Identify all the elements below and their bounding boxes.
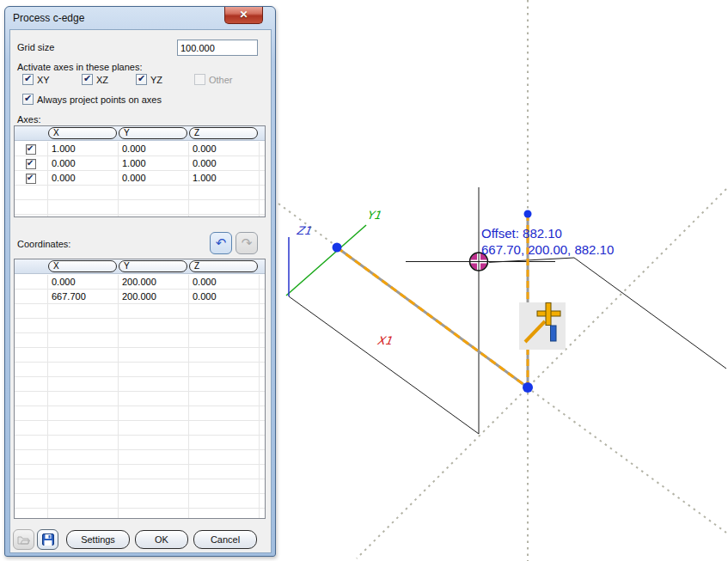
axis-x-value: 0.000 bbox=[47, 156, 118, 171]
axis-z-value: 1.000 bbox=[188, 171, 259, 186]
coordinates-label: Coordinates: bbox=[17, 239, 70, 249]
checkbox-other: Other bbox=[194, 74, 233, 85]
coordinate-z-value: 0.000 bbox=[188, 290, 259, 304]
coordinates-table-body: 0.000 200.000 0.000 667.700 200.000 0.00… bbox=[15, 275, 265, 518]
x1-axis-line bbox=[289, 296, 479, 434]
axes-table-row[interactable]: 0.000 0.000 1.000 bbox=[15, 171, 265, 186]
badge-plus-icon-v bbox=[546, 303, 551, 326]
ok-button[interactable]: OK bbox=[135, 530, 188, 549]
coordinate-z-value: 0.000 bbox=[188, 275, 259, 290]
offset-coordinates: 667.70, 200.00, 882.10 bbox=[481, 241, 614, 258]
axes-column-y[interactable]: Y bbox=[119, 127, 187, 139]
checkbox-project-points-label: Always project points on axes bbox=[37, 95, 162, 105]
dialog-body: Grid size Activate axes in these planes:… bbox=[9, 29, 272, 553]
checkbox-other-label: Other bbox=[209, 75, 233, 85]
checkbox-yz[interactable]: YZ bbox=[136, 74, 162, 85]
save-button[interactable] bbox=[37, 529, 58, 550]
process-c-edge-dialog: Process c-edge ✕ Grid size Activate axes… bbox=[4, 6, 276, 557]
redo-icon: ↷ bbox=[242, 235, 253, 250]
axes-label: Axes: bbox=[17, 114, 41, 125]
x1-axis-label: X1 bbox=[376, 334, 393, 347]
checkbox-xy-label: XY bbox=[37, 75, 50, 85]
offset-value: Offset: 882.10 bbox=[481, 225, 614, 241]
app-window: Offset: 882.10 667.70, 200.00, 882.10 Z1… bbox=[0, 0, 728, 561]
axis-x-value: 1.000 bbox=[47, 142, 118, 156]
coordinates-table: X Y Z 0.000 200.000 0.000 667.70 bbox=[14, 259, 266, 519]
axis-row-checkbox[interactable] bbox=[26, 174, 36, 184]
dialog-title: Process c-edge bbox=[13, 7, 84, 29]
coordinates-column-y[interactable]: Y bbox=[119, 260, 187, 272]
z1-axis-label: Z1 bbox=[296, 224, 312, 237]
title-bar[interactable]: Process c-edge ✕ bbox=[5, 7, 275, 29]
axis-row-checkbox[interactable] bbox=[26, 159, 36, 169]
settings-button[interactable]: Settings bbox=[66, 530, 130, 549]
close-button[interactable]: ✕ bbox=[224, 7, 263, 24]
checkbox-xz-box[interactable] bbox=[82, 74, 93, 85]
axis-y-value: 1.000 bbox=[118, 156, 188, 171]
point-offset-top[interactable] bbox=[524, 210, 532, 218]
coordinate-y-value: 200.000 bbox=[118, 275, 188, 290]
badge-axis-bar-icon bbox=[551, 326, 557, 341]
checkbox-xy-box[interactable] bbox=[22, 74, 34, 85]
redo-button: ↷ bbox=[236, 232, 258, 254]
grid-size-label: Grid size bbox=[17, 42, 54, 52]
axes-table: X Y Z 1.000 0.000 0.000 0.000 bbox=[14, 125, 266, 217]
axis-z-value: 0.000 bbox=[188, 142, 259, 156]
coordinates-table-header: X Y Z bbox=[15, 259, 265, 274]
offset-readout: Offset: 882.10 667.70, 200.00, 882.10 bbox=[481, 225, 614, 258]
badge-diagonal-line-icon bbox=[525, 321, 545, 342]
c-edge-line bbox=[337, 247, 528, 387]
save-floppy-icon bbox=[42, 534, 54, 546]
checkbox-xz[interactable]: XZ bbox=[82, 74, 108, 85]
point-start[interactable] bbox=[333, 243, 342, 253]
coordinate-x-value: 667.700 bbox=[47, 290, 118, 304]
open-button bbox=[13, 529, 34, 550]
coordinate-table-row[interactable]: 667.700 200.000 0.000 bbox=[15, 290, 265, 304]
axes-table-row[interactable]: 0.000 1.000 0.000 bbox=[15, 156, 265, 171]
axis-y-value: 0.000 bbox=[118, 142, 188, 156]
grid-size-input[interactable] bbox=[177, 40, 258, 56]
undo-button[interactable]: ↶ bbox=[210, 232, 232, 254]
axis-x-value: 0.000 bbox=[47, 171, 118, 186]
axis-y-value: 0.000 bbox=[118, 171, 188, 186]
axes-column-x[interactable]: X bbox=[48, 127, 117, 139]
axes-column-z[interactable]: Z bbox=[189, 127, 258, 139]
checkbox-project-points[interactable]: Always project points on axes bbox=[22, 94, 162, 105]
coordinates-column-x[interactable]: X bbox=[48, 260, 117, 272]
checkbox-xy[interactable]: XY bbox=[22, 74, 50, 85]
checkbox-other-box bbox=[194, 74, 205, 85]
axis-z-value: 0.000 bbox=[188, 156, 259, 171]
cancel-button[interactable]: Cancel bbox=[193, 530, 257, 549]
checkbox-yz-box[interactable] bbox=[136, 74, 147, 85]
coordinate-x-value: 0.000 bbox=[47, 275, 118, 290]
point-end[interactable] bbox=[523, 382, 533, 393]
checkbox-xz-label: XZ bbox=[96, 75, 108, 85]
undo-icon: ↶ bbox=[216, 235, 227, 250]
checkbox-yz-label: YZ bbox=[150, 75, 162, 85]
axes-table-header: X Y Z bbox=[15, 126, 265, 141]
coordinate-y-value: 200.000 bbox=[118, 290, 188, 304]
planes-label: Activate axes in these planes: bbox=[17, 62, 143, 72]
y1-axis-label: Y1 bbox=[366, 209, 382, 222]
snap-mode-badge bbox=[519, 302, 566, 350]
checkbox-project-points-box[interactable] bbox=[22, 94, 34, 105]
open-folder-icon bbox=[17, 534, 30, 545]
coordinate-table-row[interactable]: 0.000 200.000 0.000 bbox=[15, 275, 265, 290]
construction-lines bbox=[278, 0, 726, 561]
axes-table-row[interactable]: 1.000 0.000 0.000 bbox=[15, 142, 265, 156]
coordinates-column-z[interactable]: Z bbox=[189, 260, 258, 272]
axes-table-body: 1.000 0.000 0.000 0.000 1.000 0.000 0.00… bbox=[15, 142, 265, 216]
axis-row-checkbox[interactable] bbox=[26, 144, 36, 155]
